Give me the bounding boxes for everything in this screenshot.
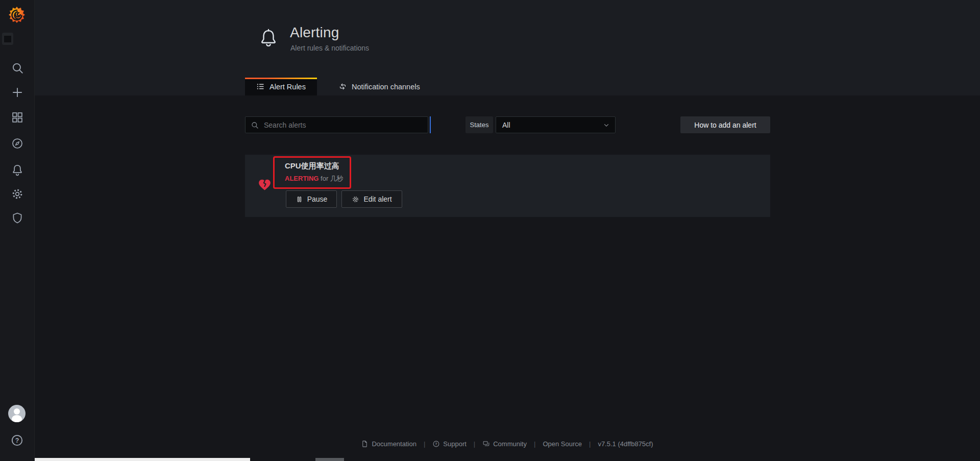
grafana-logo-icon	[7, 5, 27, 26]
footer-link-support[interactable]: ? Support	[432, 440, 467, 448]
horizontal-scrollbar-track[interactable]	[34, 458, 250, 461]
edit-alert-button[interactable]: Edit alert	[341, 190, 402, 208]
footer-separator: |	[534, 440, 535, 448]
search-alerts-box	[245, 116, 428, 133]
sidebar-item-search[interactable]	[0, 58, 34, 78]
tab-alert-rules[interactable]: Alert Rules	[245, 78, 317, 95]
states-filter-value: All	[502, 121, 510, 129]
gear-icon	[11, 187, 24, 201]
footer-separator: |	[589, 440, 591, 448]
states-filter-select[interactable]: All	[496, 116, 616, 133]
svg-text:?: ?	[435, 442, 437, 446]
page-subtitle: Alert rules & notifications	[290, 44, 369, 52]
footer-separator: |	[424, 440, 425, 448]
horizontal-scrollbar-thumb[interactable]	[315, 458, 344, 461]
footer-link-label: Documentation	[372, 440, 416, 448]
dock-toggle-inner	[4, 36, 11, 42]
sidebar: ?	[0, 0, 35, 461]
footer-link-label: Open Source	[543, 440, 582, 448]
search-alerts-input[interactable]	[263, 120, 423, 130]
focus-caret	[430, 116, 431, 133]
question-circle-icon: ?	[10, 433, 24, 447]
footer-link-community[interactable]: Community	[482, 440, 527, 448]
alert-list-item: CPU使用率过高 ALERTING for 几秒 Pause Edit aler…	[245, 155, 770, 217]
question-circle-icon: ?	[432, 440, 440, 448]
sidebar-item-alerting[interactable]	[0, 160, 34, 180]
page-title: Alerting	[290, 25, 339, 41]
alert-name-link[interactable]: CPU使用率过高	[285, 161, 339, 171]
document-icon	[361, 440, 369, 448]
tab-bar: Alert Rules Notification channels	[245, 78, 431, 95]
user-profile-button[interactable]	[8, 405, 26, 422]
footer-link-label: Community	[493, 440, 527, 448]
footer-open-source[interactable]: Open Source	[543, 440, 582, 448]
alert-state-area	[257, 177, 272, 192]
tab-alert-rules-label: Alert Rules	[270, 83, 306, 91]
svg-text:?: ?	[15, 437, 19, 444]
chevron-down-icon	[603, 122, 610, 129]
pause-icon	[296, 196, 303, 203]
grafana-logo[interactable]	[7, 5, 27, 26]
alert-state-line: ALERTING for 几秒	[285, 174, 344, 183]
sidebar-item-explore[interactable]	[0, 133, 34, 154]
footer: Documentation | ? Support | Community | …	[34, 440, 980, 448]
plus-icon	[11, 86, 24, 99]
tab-notification-channels[interactable]: Notification channels	[327, 78, 431, 95]
compass-icon	[11, 137, 24, 150]
shield-icon	[11, 211, 24, 225]
footer-link-documentation[interactable]: Documentation	[361, 440, 416, 448]
page-header: Alerting Alert rules & notifications Ale…	[34, 0, 980, 95]
list-icon	[256, 82, 265, 91]
search-icon	[251, 121, 259, 129]
help-button[interactable]: ?	[0, 430, 34, 450]
page-bell-icon	[259, 27, 278, 50]
footer-version: v7.5.1 (4dffb875cf)	[598, 440, 653, 448]
main-content	[34, 95, 980, 461]
alert-state-duration: for 几秒	[321, 175, 344, 182]
sidebar-item-dashboards[interactable]	[0, 107, 34, 128]
alert-state-badge: ALERTING	[285, 175, 318, 182]
states-filter-label: States	[465, 116, 493, 133]
pause-alert-button[interactable]: Pause	[286, 190, 337, 208]
heart-broken-icon	[257, 177, 272, 192]
sidebar-item-configuration[interactable]	[0, 184, 34, 204]
sidebar-item-create[interactable]	[0, 82, 34, 103]
tab-notification-channels-label: Notification channels	[352, 83, 420, 91]
pause-alert-label: Pause	[307, 195, 328, 203]
edit-alert-label: Edit alert	[363, 195, 391, 203]
sidebar-item-server-admin[interactable]	[0, 208, 34, 228]
apps-icon	[11, 111, 24, 124]
gear-icon	[352, 196, 359, 203]
comments-icon	[482, 440, 490, 448]
how-to-add-alert-button[interactable]: How to add an alert	[680, 116, 770, 133]
search-icon	[11, 61, 24, 75]
dock-toggle[interactable]	[2, 33, 13, 45]
bell-icon	[11, 163, 24, 177]
footer-separator: |	[474, 440, 475, 448]
footer-link-label: Support	[443, 440, 467, 448]
channels-icon	[338, 82, 347, 91]
avatar	[8, 405, 26, 422]
